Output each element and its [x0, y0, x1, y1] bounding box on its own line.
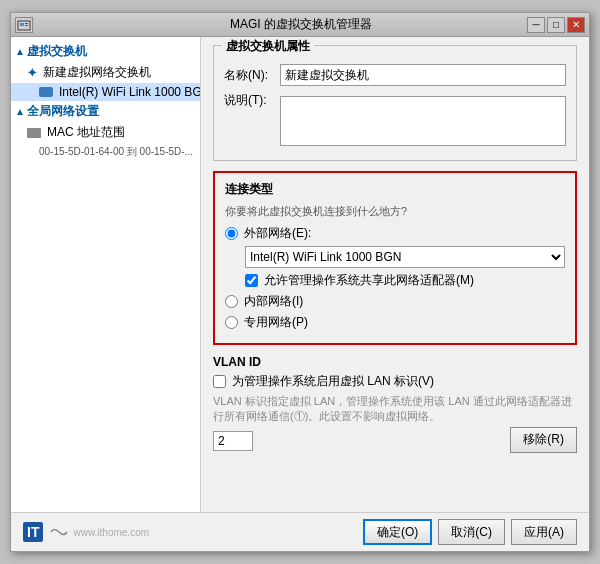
vlan-section: VLAN ID 为管理操作系统启用虚拟 LAN 标识(V) VLAN 标识指定虚… [213, 355, 577, 453]
sidebar-item-mac-range[interactable]: MAC 地址范围 [11, 122, 200, 143]
internal-radio[interactable] [225, 295, 238, 308]
chevron-icon: ▲ [15, 46, 25, 57]
left-panel: ▲ 虚拟交换机 ✦ 新建虚拟网络交换机 Intel(R) WiFi Link 1… [11, 37, 201, 512]
restore-button[interactable]: □ [547, 17, 565, 33]
window-icon-btn [15, 17, 33, 33]
vlan-title: VLAN ID [213, 355, 577, 369]
allow-management-row: 允许管理操作系统共享此网络适配器(M) [245, 272, 565, 289]
watermark-area: IT www.ithome.com [23, 522, 149, 542]
allow-management-checkbox[interactable] [245, 274, 258, 287]
name-input[interactable] [280, 64, 566, 86]
remove-button[interactable]: 移除(R) [510, 427, 577, 453]
notes-row: 说明(T): [224, 92, 566, 146]
bottom-bar: IT www.ithome.com 确定(O) 取消(C) 应用(A) [11, 512, 589, 551]
allow-management-label[interactable]: 允许管理操作系统共享此网络适配器(M) [264, 272, 474, 289]
minimize-button[interactable]: ─ [527, 17, 545, 33]
private-radio-label[interactable]: 专用网络(P) [244, 314, 308, 331]
name-row: 名称(N): [224, 64, 566, 86]
right-panel: 虚拟交换机属性 名称(N): 说明(T): 连接类型 你要将此虚拟交换机连接到什… [201, 37, 589, 512]
sidebar-item-mac-value: 00-15-5D-01-64-00 到 00-15-5D-... [11, 143, 200, 161]
section-virtual-switch-label: 虚拟交换机 [27, 43, 87, 60]
window-title: MAGI 的虚拟交换机管理器 [75, 16, 527, 33]
main-window: MAGI 的虚拟交换机管理器 ─ □ ✕ ▲ 虚拟交换机 ✦ 新建虚拟网络交换机… [10, 12, 590, 552]
chevron-icon-2: ▲ [15, 106, 25, 117]
connection-type-box: 连接类型 你要将此虚拟交换机连接到什么地方? 外部网络(E): Intel(R)… [213, 171, 577, 345]
section-global-label: 全局网络设置 [27, 103, 99, 120]
external-radio[interactable] [225, 227, 238, 240]
external-radio-label[interactable]: 外部网络(E): [244, 225, 311, 242]
watermark-text [49, 525, 69, 539]
sidebar-item-intel-label: Intel(R) WiFi Link 1000 BGN [59, 85, 201, 99]
sidebar-item-intel-link[interactable]: Intel(R) WiFi Link 1000 BGN [11, 83, 200, 101]
dropdown-row: Intel(R) WiFi Link 1000 BGN [245, 246, 565, 268]
cancel-button[interactable]: 取消(C) [438, 519, 505, 545]
sidebar-item-new-virtual[interactable]: ✦ 新建虚拟网络交换机 [11, 62, 200, 83]
adapter-dropdown[interactable]: Intel(R) WiFi Link 1000 BGN [245, 246, 565, 268]
sidebar-item-new-virtual-label: 新建虚拟网络交换机 [43, 64, 151, 81]
internal-radio-row: 内部网络(I) [225, 293, 565, 310]
svg-rect-2 [25, 23, 28, 24]
vlan-value-input[interactable] [213, 431, 253, 451]
connection-subtitle: 你要将此虚拟交换机连接到什么地方? [225, 204, 565, 219]
properties-group: 虚拟交换机属性 名称(N): 说明(T): [213, 45, 577, 161]
mac-icon [27, 128, 41, 138]
watermark-url: www.ithome.com [73, 527, 149, 538]
vlan-checkbox-label[interactable]: 为管理操作系统启用虚拟 LAN 标识(V) [232, 373, 434, 390]
vlan-checkbox[interactable] [213, 375, 226, 388]
notes-label: 说明(T): [224, 92, 274, 109]
section-global-network[interactable]: ▲ 全局网络设置 [11, 101, 200, 122]
connection-type-title: 连接类型 [225, 181, 565, 198]
name-label: 名称(N): [224, 67, 274, 84]
close-button[interactable]: ✕ [567, 17, 585, 33]
private-radio-row: 专用网络(P) [225, 314, 565, 331]
content-area: ▲ 虚拟交换机 ✦ 新建虚拟网络交换机 Intel(R) WiFi Link 1… [11, 37, 589, 512]
vlan-description: VLAN 标识指定虚拟 LAN，管理操作系统使用该 LAN 通过此网络适配器进行… [213, 394, 577, 425]
mac-range-value-label: 00-15-5D-01-64-00 到 00-15-5D-... [39, 145, 193, 159]
ok-button[interactable]: 确定(O) [363, 519, 432, 545]
svg-rect-3 [25, 25, 28, 26]
title-bar: MAGI 的虚拟交换机管理器 ─ □ ✕ [11, 13, 589, 37]
sidebar-item-mac-label: MAC 地址范围 [47, 124, 125, 141]
section-virtual-switch[interactable]: ▲ 虚拟交换机 [11, 41, 200, 62]
watermark-logo: IT [23, 522, 43, 542]
private-radio[interactable] [225, 316, 238, 329]
properties-group-title: 虚拟交换机属性 [222, 38, 314, 55]
internal-radio-label[interactable]: 内部网络(I) [244, 293, 303, 310]
plus-icon: ✦ [27, 66, 37, 80]
notes-textarea[interactable] [280, 96, 566, 146]
dialog-buttons: 确定(O) 取消(C) 应用(A) [363, 519, 577, 545]
apply-button[interactable]: 应用(A) [511, 519, 577, 545]
network-adapter-icon [39, 87, 53, 97]
external-radio-row: 外部网络(E): [225, 225, 565, 242]
title-controls: ─ □ ✕ [527, 17, 585, 33]
svg-rect-1 [20, 23, 24, 26]
